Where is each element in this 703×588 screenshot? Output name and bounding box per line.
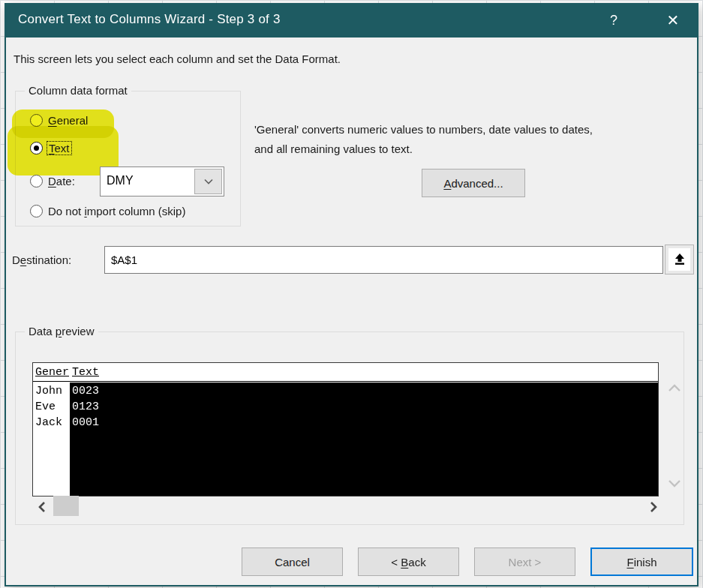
cancel-button[interactable]: Cancel xyxy=(242,548,343,576)
preview-header-row[interactable]: Gener Text xyxy=(33,363,658,382)
intro-text: This screen lets you select each column … xyxy=(14,52,341,65)
chevron-down-icon[interactable] xyxy=(194,169,222,194)
radio-skip-label[interactable]: Do not import column (skip) xyxy=(48,205,185,218)
preview-col1-header[interactable]: Gener xyxy=(35,366,69,379)
general-note-line1: 'General' converts numeric values to num… xyxy=(254,123,593,136)
hscrollbar-thumb[interactable] xyxy=(53,496,79,516)
dialog-titlebar[interactable]: Convert Text to Columns Wizard - Step 3 … xyxy=(6,3,697,38)
radio-text-label[interactable]: Text xyxy=(47,141,72,155)
preview-table[interactable]: Gener Text John0023 Eve0123 Jack0001 xyxy=(32,362,659,496)
text-to-columns-wizard-dialog: Convert Text to Columns Wizard - Step 3 … xyxy=(5,3,698,586)
general-note-line2: and all remaining values to text. xyxy=(254,142,413,155)
preview-col2-header[interactable]: Text xyxy=(72,366,99,379)
radio-text[interactable] xyxy=(30,142,43,154)
date-format-combobox[interactable]: DMY xyxy=(100,166,224,196)
excel-worksheet-background: Convert Text to Columns Wizard - Step 3 … xyxy=(0,0,703,588)
dialog-title: Convert Text to Columns Wizard - Step 3 … xyxy=(18,12,281,27)
help-icon[interactable]: ? xyxy=(601,10,626,31)
preview-selected-column-region[interactable]: John0023 Eve0123 Jack0001 xyxy=(33,382,658,496)
scroll-right-icon[interactable] xyxy=(648,499,660,515)
data-preview-label: Data preview xyxy=(25,325,98,338)
arrow-up-from-bar-icon xyxy=(668,248,690,271)
radio-date-label[interactable]: Date: xyxy=(48,175,75,188)
close-icon[interactable]: ✕ xyxy=(660,10,686,31)
scroll-left-icon[interactable] xyxy=(37,499,49,515)
scroll-up-icon[interactable] xyxy=(667,383,682,394)
back-button[interactable]: < Back xyxy=(358,548,459,576)
next-button: Next > xyxy=(474,548,575,576)
data-preview-group: Data preview Gener Text John0023 Eve0123… xyxy=(15,332,684,525)
radio-skip[interactable] xyxy=(30,205,43,218)
finish-button[interactable]: Finish xyxy=(590,548,693,576)
destination-label: Destination: xyxy=(12,254,71,266)
column-data-format-label: Column data format xyxy=(25,84,131,97)
radio-date[interactable] xyxy=(30,175,43,188)
destination-input[interactable] xyxy=(104,246,663,274)
scroll-down-icon[interactable] xyxy=(667,478,682,488)
date-format-value: DMY xyxy=(107,174,134,188)
advanced-button[interactable]: Advanced... xyxy=(422,169,525,197)
collapse-dialog-button[interactable] xyxy=(665,244,694,274)
